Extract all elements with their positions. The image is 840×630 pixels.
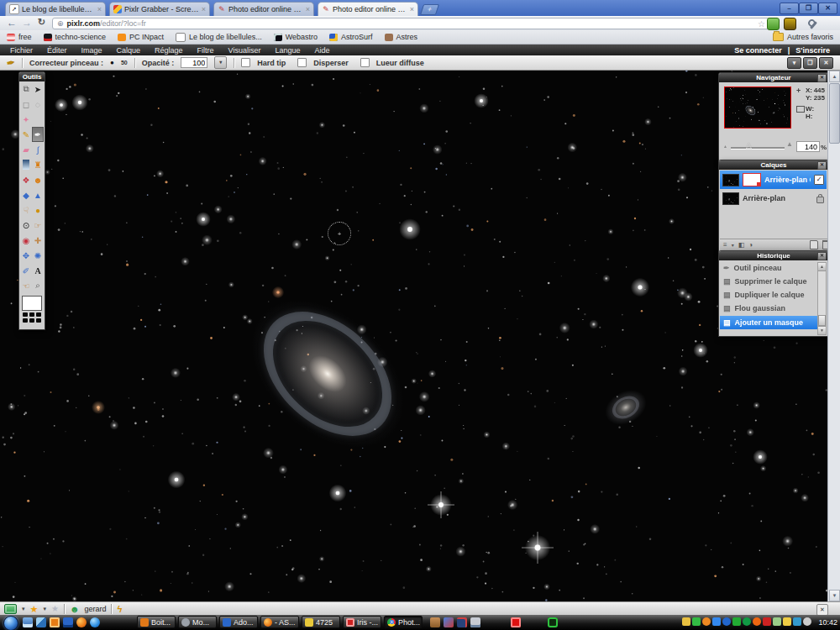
layer-settings-icon[interactable]: ≡ (723, 241, 727, 249)
back-icon[interactable]: ← (7, 17, 17, 29)
tray-icon[interactable] (682, 617, 690, 626)
zoom-in-icon[interactable]: ▲ (786, 140, 793, 148)
tools-panel-title[interactable]: Outils (19, 72, 45, 81)
browser-tab-4-active[interactable]: ✎ Photo editor online / free... × (318, 2, 418, 16)
opacity-dropdown-icon[interactable]: ▾ (214, 56, 227, 69)
history-panel-title[interactable]: Historique (719, 251, 828, 260)
red-app-icon[interactable] (511, 617, 521, 627)
zoom-tool[interactable]: ⌕ (32, 278, 44, 293)
new-tab-button[interactable]: + (420, 4, 439, 15)
color-swatch[interactable] (22, 296, 42, 311)
zoom-out-icon[interactable]: ▲ (723, 144, 727, 149)
page-scrollbar[interactable]: ▲ ▼ (827, 71, 840, 601)
zoom-value-input[interactable] (796, 141, 820, 152)
scrollbar-thumb[interactable] (818, 315, 826, 326)
history-item[interactable]: ✒ Outil pinceau (720, 261, 819, 275)
sharpen-tool[interactable]: ▲ (32, 187, 44, 202)
bookmark-libellules[interactable]: Le blog de libellules... (176, 33, 262, 42)
pixlr-close-button[interactable]: ✕ (819, 57, 833, 69)
window-restore-button[interactable]: ❐ (799, 3, 818, 14)
gradient-tool[interactable] (20, 157, 32, 172)
zoom-slider-track[interactable] (731, 147, 785, 150)
bookmark-pc-inpact[interactable]: PC INpact (118, 33, 164, 41)
dodge-tool[interactable]: ⊙ (20, 218, 32, 233)
browser-tab-2[interactable]: Pixlr Grabber - Screen ca... × (109, 2, 210, 16)
bookmark-star-icon[interactable]: ☆ (758, 19, 765, 29)
layers-panel-title[interactable]: Calques (719, 160, 828, 170)
toolbar-app-icon[interactable] (444, 617, 454, 627)
window-close-button[interactable]: ✕ (818, 3, 837, 14)
menu-filtre[interactable]: Filtre (197, 46, 214, 55)
tab-close-icon[interactable]: × (306, 6, 310, 13)
spray-tool[interactable]: ∫ (32, 142, 44, 157)
menu-langue[interactable]: Langue (275, 46, 300, 55)
menu-editer[interactable]: Éditer (47, 46, 67, 55)
chevron-down-icon[interactable]: ▾ (43, 606, 46, 612)
adjustment-icon[interactable]: ◑ (748, 241, 753, 249)
menu-reglage[interactable]: Réglage (155, 46, 183, 55)
crop-tool[interactable]: ⧉ (20, 81, 32, 97)
browser-tab-3[interactable]: ✎ Photo editor online - Pixl... × (213, 2, 314, 16)
marquee-tool[interactable]: ◻ (20, 97, 32, 112)
toolbar-app-icon[interactable] (430, 617, 440, 627)
bloat-tool[interactable]: ✥ (20, 248, 32, 263)
volume-icon[interactable] (803, 617, 811, 626)
tab-close-icon[interactable]: × (410, 6, 414, 13)
scroll-down-icon[interactable]: ▼ (818, 326, 826, 334)
task-button-7-active[interactable]: Phot... (384, 616, 423, 628)
task-button-6[interactable]: Iris -... (343, 616, 381, 628)
folder-tray-icon[interactable] (783, 617, 791, 626)
tray-icon[interactable] (732, 617, 741, 626)
scroll-down-icon[interactable]: ▼ (829, 590, 840, 601)
color-replace-tool[interactable]: ❖ (20, 172, 32, 187)
tray-icon[interactable] (712, 617, 721, 626)
bookmark-astres[interactable]: Astres (385, 33, 418, 41)
tray-icon[interactable] (702, 617, 711, 626)
blue-globe-icon[interactable] (90, 617, 100, 627)
grabber-icon[interactable] (4, 604, 17, 614)
history-item[interactable]: ▤ Dupliquer le calque (720, 288, 819, 302)
pinch-tool[interactable]: ✺ (32, 248, 44, 263)
blur-tool[interactable]: ◆ (20, 187, 32, 202)
screen-recorder-icon[interactable] (548, 617, 558, 627)
bluetooth-icon[interactable] (722, 617, 731, 626)
bookmark-techno-science[interactable]: techno-science (44, 33, 107, 41)
start-button[interactable] (3, 616, 18, 630)
sketch-tool[interactable]: ☻ (32, 172, 44, 187)
chevron-down-icon[interactable]: ▾ (22, 606, 25, 612)
toolbar-app-icon[interactable] (457, 617, 467, 627)
palette-dots[interactable] (19, 312, 45, 323)
pixlr-restore-button[interactable]: ❒ (803, 57, 817, 69)
signal-icon[interactable] (773, 617, 781, 626)
update-icon[interactable] (743, 617, 751, 626)
favorites-star-icon[interactable]: ★ (30, 605, 39, 613)
wrench-menu-icon[interactable] (808, 19, 818, 29)
toolbar-app-icon[interactable] (470, 617, 480, 627)
scrollbar-thumb[interactable] (829, 83, 840, 144)
brush-tool-selected[interactable]: ✒ (32, 127, 44, 142)
tray-icon[interactable] (763, 617, 771, 626)
user-name[interactable]: gerard (84, 605, 106, 613)
bookmark-webastro[interactable]: Webastro (274, 33, 318, 41)
bar-close-icon[interactable]: ✕ (816, 604, 828, 616)
add-mask-icon[interactable]: ◧ (738, 241, 745, 249)
navigator-thumbnail[interactable] (724, 87, 791, 129)
network-icon[interactable] (793, 617, 801, 626)
hand-tool[interactable]: ☜ (20, 278, 32, 293)
extension-icon-grabber[interactable] (784, 18, 796, 30)
brush-preview-icon[interactable]: ● (110, 59, 114, 66)
hard-tip-checkbox[interactable] (241, 58, 250, 67)
switch-windows-icon[interactable] (36, 617, 46, 627)
clone-stamp-tool[interactable]: ♜ (32, 157, 44, 172)
window-minimize-button[interactable]: – (780, 3, 799, 14)
layer-visibility-checkbox[interactable]: ✓ (814, 175, 824, 185)
menu-visualiser[interactable]: Visualiser (228, 46, 261, 55)
task-button-2[interactable]: Mo... (178, 616, 217, 628)
sign-in-link[interactable]: Se connecter (734, 46, 782, 55)
firefox-icon[interactable] (76, 617, 87, 627)
other-bookmarks-button[interactable]: Autres favoris (773, 33, 833, 41)
image-canvas-galaxy-photo[interactable] (0, 71, 840, 601)
clock[interactable]: 10:42 (818, 618, 837, 627)
tray-icon[interactable] (753, 617, 761, 626)
history-close-icon[interactable]: ✕ (817, 252, 827, 260)
